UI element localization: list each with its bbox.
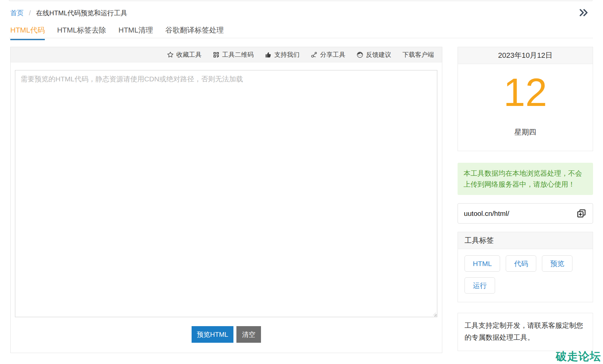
copy-icon [576, 209, 586, 219]
privacy-notice: 本工具数据均在本地浏览器处理，不会上传到网络服务器中，请放心使用！ [458, 163, 593, 195]
tool-url-text: uutool.cn/html/ [464, 210, 509, 218]
page-title: 在线HTML代码预览和运行工具 [36, 9, 127, 18]
tag-code[interactable]: 代码 [506, 255, 536, 272]
tag-html[interactable]: HTML [465, 255, 500, 272]
tabs-divider [9, 38, 593, 38]
scrolled-header-edge [9, 0, 592, 1]
tag-run[interactable]: 运行 [465, 277, 495, 294]
star-icon [167, 51, 174, 58]
copy-url-button[interactable] [576, 208, 587, 219]
qrcode-icon [213, 51, 219, 58]
support-us-label: 支持我们 [274, 50, 300, 59]
feedback-icon [357, 51, 363, 58]
html-code-input[interactable] [15, 70, 437, 317]
editor-actions: 预览HTML 清空 [11, 326, 442, 343]
breadcrumb-home-link[interactable]: 首页 [10, 9, 24, 18]
tool-url-box: uutool.cn/html/ [458, 203, 593, 224]
download-client-button[interactable]: 下载客户端 [402, 50, 434, 59]
main-panel: 收藏工具 工具二维码 支持我们 [10, 47, 442, 353]
tool-tags-card: 工具标签 HTML 代码 预览 运行 [458, 232, 593, 302]
collapse-sidebar-button[interactable] [578, 7, 589, 18]
custom-dev-card: 工具支持定制开发，请联系客服定制您的专属数据处理工具。 [458, 313, 593, 351]
forum-watermark: 破走论坛 [556, 349, 601, 364]
favorite-tool-button[interactable]: 收藏工具 [167, 50, 202, 59]
tool-qrcode-button[interactable]: 工具二维码 [213, 50, 254, 59]
favorite-tool-label: 收藏工具 [176, 50, 202, 59]
share-tool-button[interactable]: 分享工具 [311, 50, 345, 59]
tool-actions-bar: 收藏工具 工具二维码 支持我们 [11, 47, 442, 62]
tag-preview[interactable]: 预览 [542, 255, 572, 272]
calendar-day-number: 12 [458, 73, 593, 112]
feedback-button[interactable]: 反馈建议 [357, 50, 391, 59]
calendar-weekday: 星期四 [458, 127, 593, 137]
preview-html-button[interactable]: 预览HTML [192, 326, 233, 343]
double-chevron-right-icon [578, 7, 589, 18]
calendar-card: 2023年10月12日 12 星期四 [458, 47, 593, 151]
calendar-date: 2023年10月12日 [458, 47, 593, 64]
tool-tags-list: HTML 代码 预览 运行 [458, 249, 593, 300]
tool-tags-title: 工具标签 [458, 232, 593, 249]
thumbs-up-icon [265, 51, 272, 58]
breadcrumb: 首页 / 在线HTML代码预览和运行工具 [10, 9, 127, 18]
breadcrumb-separator: / [29, 9, 31, 17]
download-client-label: 下载客户端 [402, 50, 434, 59]
clear-button[interactable]: 清空 [236, 326, 261, 343]
tool-qrcode-label: 工具二维码 [222, 50, 254, 59]
share-tool-label: 分享工具 [320, 50, 345, 59]
support-us-button[interactable]: 支持我们 [265, 50, 300, 59]
share-icon [311, 51, 317, 58]
feedback-label: 反馈建议 [366, 50, 391, 59]
